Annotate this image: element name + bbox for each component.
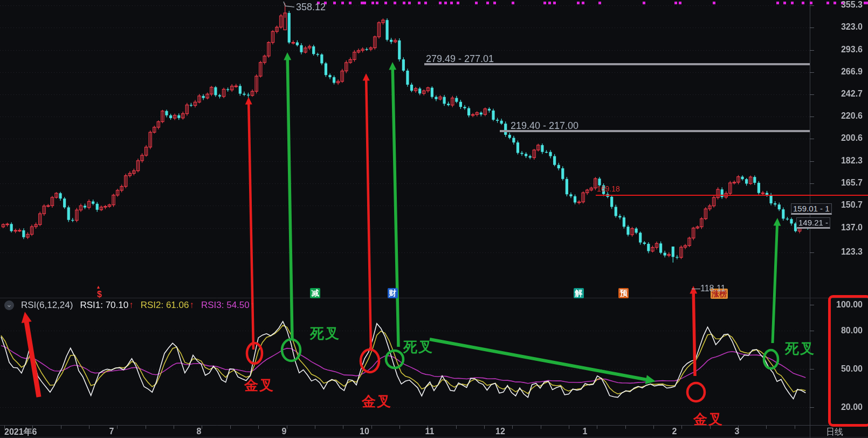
golden-cross-label: 金叉 [362, 392, 392, 411]
golden-cross-label: 金叉 [244, 376, 274, 395]
news-badge[interactable]: $ [94, 289, 105, 299]
date-axis-label: 2 [672, 427, 677, 436]
price-axis-label: 137.0 [841, 223, 863, 232]
price-axis-label: 165.7 [841, 178, 863, 188]
death-cross-label: 死叉 [403, 338, 433, 357]
price-axis-label: 293.6 [841, 45, 863, 54]
price-axis-label: 323.0 [841, 22, 863, 32]
price-axis-label: 266.9 [841, 67, 863, 77]
rsi-axis-label: 50.00 [841, 364, 863, 374]
news-badge[interactable]: 财 [388, 288, 398, 298]
price-axis-label: 182.3 [841, 156, 863, 166]
date-axis-label: 9 [282, 427, 287, 436]
chart-annotation-label: 279.49 - 277.01 [426, 53, 494, 65]
price-axis-label: 220.6 [841, 111, 863, 121]
news-badge[interactable]: 预 [618, 288, 629, 298]
period-selector[interactable]: 日线 [826, 427, 843, 438]
price-axis-label: 150.7 [841, 200, 863, 210]
stock-chart-app: ⌄ RSI(6,12,24) RSI1: 70.10↑ RSI2: 61.06↑… [0, 0, 868, 438]
date-axis-label: 3 [735, 427, 740, 436]
rsi3-value: RSI3: 54.50↑ [201, 300, 254, 311]
chart-annotation-label: 159.01 - 1 [791, 203, 832, 215]
date-axis-label: 1 [583, 427, 588, 436]
up-arrow-icon: ↑ [189, 300, 194, 310]
chart-annotation-label: 358.12 [296, 2, 326, 13]
rsi-indicator-legend: ⌄ RSI(6,12,24) RSI1: 70.10↑ RSI2: 61.06↑… [4, 300, 254, 311]
rsi-axis-label: 100.00 [836, 300, 863, 310]
rsi2-value: RSI2: 61.06↑ [141, 300, 194, 311]
price-axis-label: 200.6 [841, 133, 863, 143]
chart-annotation-label: 219.40 - 217.00 [511, 120, 578, 132]
price-axis-label: 355.3 [841, 0, 863, 10]
price-axis-label: 123.3 [841, 247, 863, 257]
date-axis-label: 8 [197, 427, 202, 436]
death-cross-label: 死叉 [310, 324, 340, 343]
news-badge[interactable]: 减 [310, 288, 320, 298]
death-cross-label: 死叉 [785, 339, 815, 358]
rsi-axis-label: 80.00 [841, 326, 863, 336]
price-axis-label: 242.7 [841, 89, 863, 99]
rsi-params: RSI(6,12,24) [21, 300, 73, 311]
up-arrow-icon: ↑ [129, 300, 134, 310]
news-badge[interactable]: 解 [574, 288, 584, 298]
chart-canvas [0, 0, 868, 438]
date-axis-label: 2021年6 [4, 427, 37, 438]
chart-annotation-label: 169.18 [597, 184, 620, 193]
up-arrow-icon: ↑ [250, 300, 255, 310]
chart-annotation-label: 149.21 - [796, 217, 830, 229]
rsi-axis-label: 20.00 [841, 402, 863, 412]
date-axis-label: 10 [360, 427, 369, 436]
chart-annotation-label: ▲ [96, 284, 101, 290]
chart-annotation-label: —118.11 [692, 284, 726, 293]
date-axis-label: 7 [109, 427, 114, 436]
date-axis-label: 11 [425, 427, 435, 436]
rsi1-value: RSI1: 70.10↑ [80, 300, 133, 311]
golden-cross-label: 金叉 [693, 410, 724, 429]
date-axis-label: 12 [495, 427, 505, 436]
collapse-chevron-icon[interactable]: ⌄ [4, 300, 14, 310]
